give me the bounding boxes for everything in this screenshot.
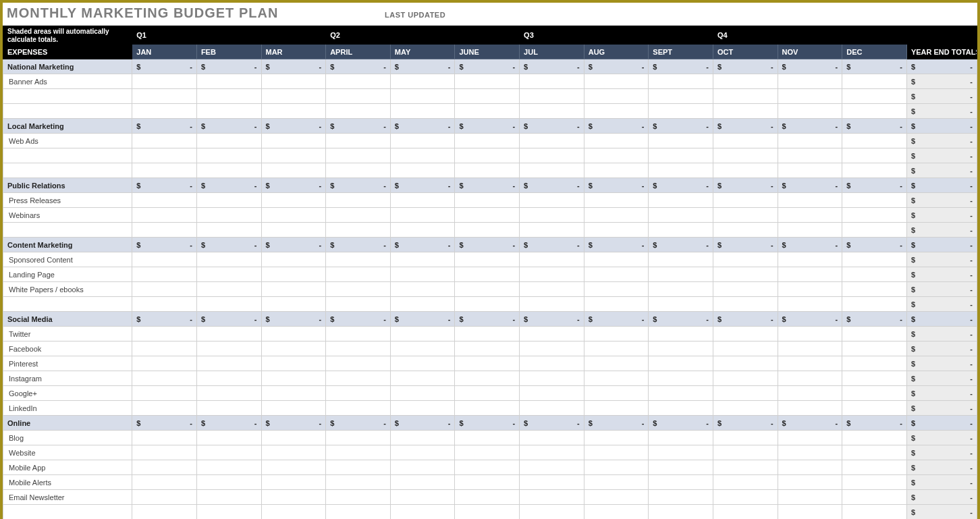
expense-month-cell[interactable] xyxy=(455,356,520,371)
expense-month-cell[interactable] xyxy=(455,401,520,416)
expense-month-cell[interactable] xyxy=(196,252,261,267)
expense-month-cell[interactable] xyxy=(713,431,778,445)
expense-month-cell[interactable] xyxy=(196,475,261,490)
expense-month-cell[interactable] xyxy=(649,371,713,386)
expense-month-cell[interactable] xyxy=(390,163,455,178)
expense-month-cell[interactable] xyxy=(132,460,197,475)
expense-month-cell[interactable] xyxy=(584,193,649,208)
expense-label[interactable]: Landing Page xyxy=(3,267,132,282)
expense-month-cell[interactable] xyxy=(649,342,713,356)
expense-month-cell[interactable] xyxy=(713,445,778,460)
expense-month-cell[interactable] xyxy=(842,163,907,178)
expense-month-cell[interactable] xyxy=(584,282,649,297)
category-month-total[interactable]: $- xyxy=(326,178,391,193)
expense-month-cell[interactable] xyxy=(196,297,261,312)
category-month-total[interactable]: $- xyxy=(842,59,907,74)
expense-month-cell[interactable] xyxy=(455,490,520,505)
category-month-total[interactable]: $- xyxy=(584,312,649,327)
expense-month-cell[interactable] xyxy=(455,89,520,104)
expense-month-cell[interactable] xyxy=(842,490,907,505)
expense-month-cell[interactable] xyxy=(196,327,261,342)
expense-month-cell[interactable] xyxy=(778,386,842,401)
category-year-total[interactable]: $- xyxy=(906,238,977,252)
expense-month-cell[interactable] xyxy=(390,342,455,356)
category-month-total[interactable]: $- xyxy=(261,119,326,134)
expense-month-cell[interactable] xyxy=(713,74,778,89)
category-month-total[interactable]: $- xyxy=(584,59,649,74)
expense-year-total[interactable]: $- xyxy=(906,475,977,490)
expense-month-cell[interactable] xyxy=(326,267,391,282)
expense-month-cell[interactable] xyxy=(520,252,584,267)
category-month-total[interactable]: $- xyxy=(132,416,197,431)
expense-month-cell[interactable] xyxy=(778,490,842,505)
expense-label[interactable]: LinkedIn xyxy=(3,401,132,416)
category-month-total[interactable]: $- xyxy=(390,312,455,327)
category-month-total[interactable]: $- xyxy=(455,119,520,134)
expense-year-total[interactable]: $- xyxy=(906,208,977,223)
expense-month-cell[interactable] xyxy=(778,208,842,223)
expense-month-cell[interactable] xyxy=(261,193,326,208)
expense-month-cell[interactable] xyxy=(196,371,261,386)
expense-month-cell[interactable] xyxy=(520,282,584,297)
expense-year-total[interactable]: $- xyxy=(906,223,977,238)
category-month-total[interactable]: $- xyxy=(196,59,261,74)
expense-month-cell[interactable] xyxy=(778,460,842,475)
category-month-total[interactable]: $- xyxy=(261,312,326,327)
expense-month-cell[interactable] xyxy=(778,282,842,297)
expense-month-cell[interactable] xyxy=(649,134,713,148)
expense-month-cell[interactable] xyxy=(842,386,907,401)
expense-month-cell[interactable] xyxy=(196,282,261,297)
category-month-total[interactable]: $- xyxy=(778,178,842,193)
expense-year-total[interactable]: $- xyxy=(906,74,977,89)
expense-month-cell[interactable] xyxy=(390,148,455,163)
category-month-total[interactable]: $- xyxy=(326,312,391,327)
category-month-total[interactable]: $- xyxy=(649,119,713,134)
expense-month-cell[interactable] xyxy=(196,104,261,119)
expense-month-cell[interactable] xyxy=(261,475,326,490)
category-month-total[interactable]: $- xyxy=(778,119,842,134)
expense-month-cell[interactable] xyxy=(842,104,907,119)
category-month-total[interactable]: $- xyxy=(713,59,778,74)
expense-month-cell[interactable] xyxy=(132,252,197,267)
expense-month-cell[interactable] xyxy=(326,163,391,178)
expense-month-cell[interactable] xyxy=(713,223,778,238)
expense-month-cell[interactable] xyxy=(584,89,649,104)
expense-month-cell[interactable] xyxy=(778,297,842,312)
expense-month-cell[interactable] xyxy=(520,327,584,342)
expense-month-cell[interactable] xyxy=(842,134,907,148)
category-month-total[interactable]: $- xyxy=(842,416,907,431)
expense-month-cell[interactable] xyxy=(390,267,455,282)
expense-month-cell[interactable] xyxy=(713,460,778,475)
category-month-total[interactable]: $- xyxy=(455,59,520,74)
expense-month-cell[interactable] xyxy=(842,356,907,371)
expense-month-cell[interactable] xyxy=(390,89,455,104)
category-month-total[interactable]: $- xyxy=(132,238,197,252)
expense-month-cell[interactable] xyxy=(649,401,713,416)
expense-month-cell[interactable] xyxy=(390,327,455,342)
expense-label[interactable]: Web Ads xyxy=(3,134,132,148)
category-month-total[interactable]: $- xyxy=(132,119,197,134)
expense-month-cell[interactable] xyxy=(132,401,197,416)
expense-label[interactable]: Sponsored Content xyxy=(3,252,132,267)
expense-month-cell[interactable] xyxy=(390,74,455,89)
expense-month-cell[interactable] xyxy=(649,223,713,238)
expense-month-cell[interactable] xyxy=(778,431,842,445)
expense-month-cell[interactable] xyxy=(842,401,907,416)
expense-month-cell[interactable] xyxy=(326,431,391,445)
expense-year-total[interactable]: $- xyxy=(906,163,977,178)
expense-month-cell[interactable] xyxy=(778,327,842,342)
category-month-total[interactable]: $- xyxy=(196,178,261,193)
expense-month-cell[interactable] xyxy=(132,89,197,104)
expense-month-cell[interactable] xyxy=(132,104,197,119)
expense-month-cell[interactable] xyxy=(520,386,584,401)
expense-label[interactable] xyxy=(3,505,132,520)
expense-month-cell[interactable] xyxy=(584,134,649,148)
expense-month-cell[interactable] xyxy=(842,282,907,297)
expense-month-cell[interactable] xyxy=(326,356,391,371)
expense-month-cell[interactable] xyxy=(649,148,713,163)
category-month-total[interactable]: $- xyxy=(196,416,261,431)
expense-month-cell[interactable] xyxy=(520,223,584,238)
expense-month-cell[interactable] xyxy=(132,193,197,208)
expense-month-cell[interactable] xyxy=(390,134,455,148)
expense-month-cell[interactable] xyxy=(132,282,197,297)
